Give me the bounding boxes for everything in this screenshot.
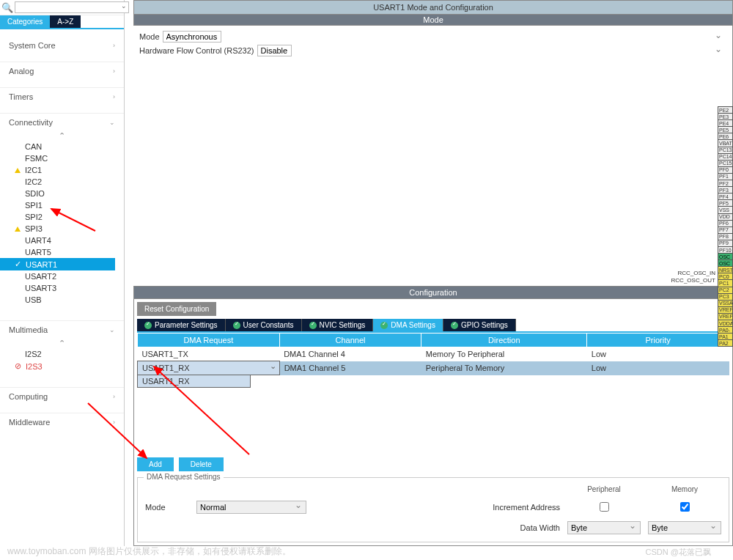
check-icon (309, 322, 317, 329)
chevron-down-icon: ⌄ (109, 326, 115, 334)
tab-user[interactable]: User Constants (226, 319, 302, 331)
req-mode-label: Mode (145, 503, 189, 512)
cat-middleware[interactable]: Middleware› (0, 413, 124, 431)
sidebar: 🔍 ⌄ ⚙ Categories A->Z System Core› Analo… (0, 0, 125, 546)
item-spi2[interactable]: SPI2 (0, 211, 124, 223)
tab-nvic[interactable]: NVIC Settings (302, 319, 374, 331)
col-request[interactable]: DMA Request (138, 334, 280, 347)
main-title: USART1 Mode and Configuration (133, 0, 733, 15)
cat-connectivity[interactable]: Connectivity⌄ (0, 113, 124, 131)
delete-button[interactable]: Delete (179, 457, 224, 471)
inc-mem-check[interactable] (680, 502, 690, 512)
pin-PA2[interactable]: PA2 (718, 339, 733, 347)
warn-icon (15, 226, 21, 232)
dma-request-select[interactable]: USART1_RX (138, 361, 280, 375)
check-icon (233, 322, 240, 329)
hwflow-select[interactable]: Disable (257, 45, 292, 56)
mem-header: Memory (648, 485, 721, 493)
hwflow-label: Hardware Flow Control (RS232) (139, 46, 254, 55)
tab-param[interactable]: Parameter Settings (137, 319, 226, 331)
item-spi3[interactable]: SPI3 (0, 223, 124, 235)
mode-label: Mode (139, 32, 160, 41)
pin-label-osc-out: RCC_OSC_OUT (671, 277, 715, 284)
item-usart1[interactable]: USART1 (0, 258, 115, 270)
table-row[interactable]: USART1_TXDMA1 Channel 4Memory To Periphe… (138, 347, 729, 361)
mode-header: Mode (133, 15, 733, 26)
main-panel: USART1 Mode and Configuration Mode Mode … (133, 0, 733, 546)
chevron-right-icon: › (113, 419, 115, 426)
dw-periph-select[interactable]: Byte (567, 521, 641, 534)
tab-dma[interactable]: DMA Settings (373, 319, 443, 331)
item-i2s2[interactable]: I2S2 (0, 348, 124, 360)
search-dropdown-icon[interactable]: ⌄ (121, 2, 127, 10)
item-usart3[interactable]: USART3 (0, 282, 124, 294)
pinout-strip: PE2PE3PE4PE5PE6VBATPC13PC14PC15PF0PF1PF2… (718, 106, 733, 346)
chevron-down-icon: ⌄ (109, 119, 115, 126)
check-icon (451, 322, 458, 329)
col-channel[interactable]: Channel (279, 334, 421, 347)
item-uart5[interactable]: UART5 (0, 246, 124, 258)
chevron-right-icon: › (113, 93, 115, 100)
chevron-right-icon: › (113, 42, 115, 49)
item-i2c1[interactable]: I2C1 (0, 164, 124, 176)
chevron-right-icon: › (113, 67, 115, 75)
item-sdio[interactable]: SDIO (0, 188, 124, 199)
inc-label: Increment Address (314, 503, 560, 512)
mode-select[interactable]: Asynchronous (163, 31, 221, 43)
watermark: www.toymoban.com 网络图片仅供展示，非存储，如有侵权请联系删除。 (7, 545, 291, 558)
periph-header: Peripheral (567, 485, 641, 493)
col-priority[interactable]: Priority (587, 334, 729, 347)
dw-label: Data Width (314, 523, 560, 532)
item-spi1[interactable]: SPI1 (0, 199, 124, 211)
cat-timers[interactable]: Timers› (0, 87, 124, 106)
cat-computing[interactable]: Computing› (0, 387, 124, 405)
tab-categories[interactable]: Categories (0, 15, 50, 28)
cat-multimedia[interactable]: Multimedia⌄ (0, 320, 124, 339)
check-icon (144, 322, 152, 329)
cat-system[interactable]: System Core› (0, 37, 124, 54)
table-row[interactable]: USART1_RXDMA1 Channel 5Peripheral To Mem… (138, 361, 729, 375)
pin-OSC_[interactable]: OSC_ (718, 259, 733, 267)
add-button[interactable]: Add (137, 457, 174, 471)
pin-label-osc-in: RCC_OSC_IN (677, 270, 715, 276)
item-uart4[interactable]: UART4 (0, 235, 124, 246)
config-header: Configuration (133, 286, 733, 299)
search-input[interactable] (15, 1, 129, 13)
item-fsmc[interactable]: FSMC (0, 152, 124, 164)
tab-az[interactable]: A->Z (50, 15, 81, 28)
cat-analog[interactable]: Analog› (0, 62, 124, 80)
item-i2c2[interactable]: I2C2 (0, 176, 124, 188)
col-direction[interactable]: Direction (421, 334, 587, 347)
reset-button[interactable]: Reset Configuration (137, 302, 216, 316)
pin-OSC_[interactable]: OSC_ (718, 253, 733, 260)
item-i2s3[interactable]: ⊘I2S3 (0, 360, 124, 372)
req-legend: DMA Request Settings (144, 473, 224, 481)
dma-table: DMA Request Channel Direction Priority U… (137, 333, 729, 375)
item-usb[interactable]: USB (0, 294, 124, 306)
collapse-icon[interactable]: ⌃ (0, 131, 124, 141)
ban-icon: ⊘ (15, 361, 21, 371)
dma-dropdown-option[interactable]: USART1_RX (137, 375, 251, 388)
dw-mem-select[interactable]: Byte (648, 521, 721, 534)
tab-gpio[interactable]: GPIO Settings (443, 319, 516, 331)
watermark: CSDN @花落已飘 (646, 547, 711, 558)
req-mode-select[interactable]: Normal (196, 501, 306, 514)
warn-icon (15, 168, 21, 173)
check-icon (380, 322, 388, 329)
chevron-right-icon: › (113, 393, 115, 400)
item-usart2[interactable]: USART2 (0, 270, 124, 282)
search-icon[interactable]: 🔍 (1, 2, 13, 13)
item-can[interactable]: CAN (0, 141, 124, 152)
collapse-icon[interactable]: ⌃ (0, 339, 124, 348)
inc-periph-check[interactable] (600, 502, 609, 512)
